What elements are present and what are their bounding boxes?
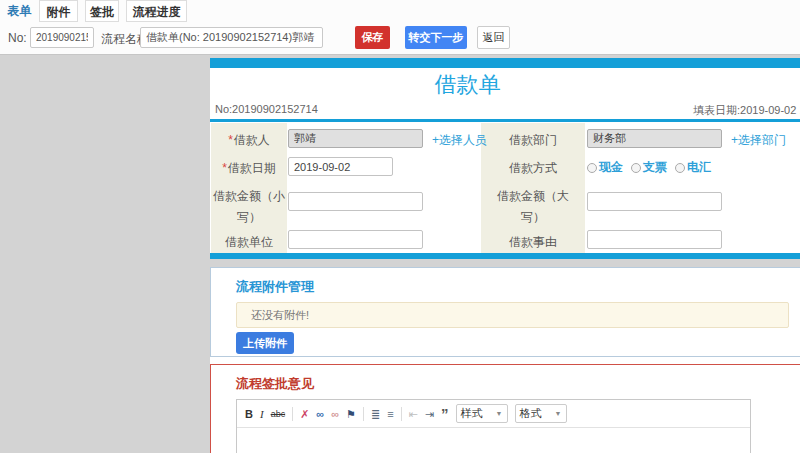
form-title: 借款单 (210, 70, 725, 100)
unlink-icon[interactable]: ∞ (331, 407, 339, 421)
radio-circle-icon (587, 163, 597, 173)
radio-circle-icon (631, 163, 641, 173)
approval-panel: 流程签批意见 B I abc ✗ ∞ ∞ ⚑ ≣ ≡ ⇤ ⇥ ” 样式 (210, 364, 800, 453)
tab-form[interactable]: 表单 (0, 0, 39, 22)
amount-big-label: 借款金额（大 写） (481, 186, 585, 228)
amount-big-input[interactable] (587, 192, 722, 211)
chevron-down-icon: ▼ (496, 410, 503, 417)
select-department-link[interactable]: +选择部门 (731, 132, 786, 149)
loan-date-label: *借款日期 (211, 158, 287, 179)
form-no-text: No:20190902152714 (215, 103, 318, 115)
unit-label: 借款单位 (211, 232, 287, 253)
panel-bottom-bar (210, 253, 800, 259)
tab-attachments[interactable]: 附件 (39, 0, 78, 22)
method-radio-group: 现金 支票 电汇 (587, 159, 711, 176)
no-attachment-alert: 还没有附件! (236, 302, 789, 328)
radio-cheque[interactable]: 支票 (631, 159, 667, 176)
anchor-flag-icon[interactable]: ⚑ (346, 407, 356, 421)
styles-dropdown[interactable]: 样式 ▼ (456, 404, 508, 423)
rich-text-editor[interactable]: B I abc ✗ ∞ ∞ ⚑ ≣ ≡ ⇤ ⇥ ” 样式 ▼ (236, 399, 751, 453)
strikethrough-icon[interactable]: abc (271, 407, 286, 421)
chevron-down-icon: ▼ (555, 410, 562, 417)
header: 表单 附件 签批 流程进度 No: 流程名称: 保存 转交下一步 返回 (0, 0, 800, 55)
unit-input[interactable] (288, 230, 423, 249)
toolbar-separator (401, 407, 402, 421)
outdent-icon[interactable]: ⇤ (409, 407, 418, 421)
process-name-input[interactable] (140, 27, 323, 48)
toolbar-separator (292, 407, 293, 421)
format-dropdown[interactable]: 格式 ▼ (515, 404, 567, 423)
no-label: No: (8, 31, 27, 45)
back-button[interactable]: 返回 (477, 26, 510, 49)
attachment-section-title: 流程附件管理 (236, 278, 314, 296)
borrower-label: *借款人 (211, 130, 287, 151)
no-input[interactable] (30, 27, 94, 48)
indent-icon[interactable]: ⇥ (425, 407, 434, 421)
editor-toolbar: B I abc ✗ ∞ ∞ ⚑ ≣ ≡ ⇤ ⇥ ” 样式 ▼ (237, 400, 750, 428)
method-label: 借款方式 (481, 158, 585, 179)
divider-line (210, 119, 800, 122)
toolbar-separator (363, 407, 364, 421)
bold-icon[interactable]: B (245, 407, 253, 421)
link-icon[interactable]: ∞ (316, 407, 324, 421)
form-date-text: 填表日期:2019-09-02 15:27:1 (693, 103, 800, 118)
attachment-panel: 流程附件管理 还没有附件! 上传附件 (210, 267, 800, 357)
reason-label: 借款事由 (481, 232, 585, 253)
numbered-list-icon[interactable]: ≣ (371, 407, 380, 421)
remove-format-icon[interactable]: ✗ (300, 407, 309, 421)
forward-next-step-button[interactable]: 转交下一步 (405, 26, 467, 49)
italic-icon[interactable]: I (260, 407, 264, 421)
department-label: 借款部门 (481, 130, 585, 151)
radio-wire-transfer[interactable]: 电汇 (675, 159, 711, 176)
bullet-list-icon[interactable]: ≡ (387, 407, 393, 421)
approval-section-title: 流程签批意见 (236, 375, 314, 393)
select-person-link[interactable]: +选择人员 (432, 132, 487, 149)
radio-cash[interactable]: 现金 (587, 159, 623, 176)
amount-small-input[interactable] (288, 192, 423, 211)
upload-attachment-button[interactable]: 上传附件 (236, 332, 294, 354)
loan-form-panel: 借款单 No:20190902152714 填表日期:2019-09-02 15… (210, 58, 800, 259)
required-mark: * (228, 133, 233, 147)
save-button[interactable]: 保存 (355, 26, 390, 49)
app-screen: 表单 附件 签批 流程进度 No: 流程名称: 保存 转交下一步 返回 借款单 … (0, 0, 800, 453)
blockquote-icon[interactable]: ” (441, 409, 449, 419)
tab-progress[interactable]: 流程进度 (126, 0, 187, 22)
amount-small-label: 借款金额（小 写） (211, 186, 287, 228)
loan-date-input[interactable] (288, 157, 393, 176)
required-mark: * (222, 161, 227, 175)
panel-top-bar (210, 58, 800, 68)
reason-input[interactable] (587, 230, 722, 249)
tab-approval[interactable]: 签批 (85, 0, 119, 22)
department-input[interactable] (587, 129, 722, 148)
radio-circle-icon (675, 163, 685, 173)
editor-content-area[interactable] (237, 428, 750, 453)
borrower-input[interactable] (288, 129, 423, 148)
